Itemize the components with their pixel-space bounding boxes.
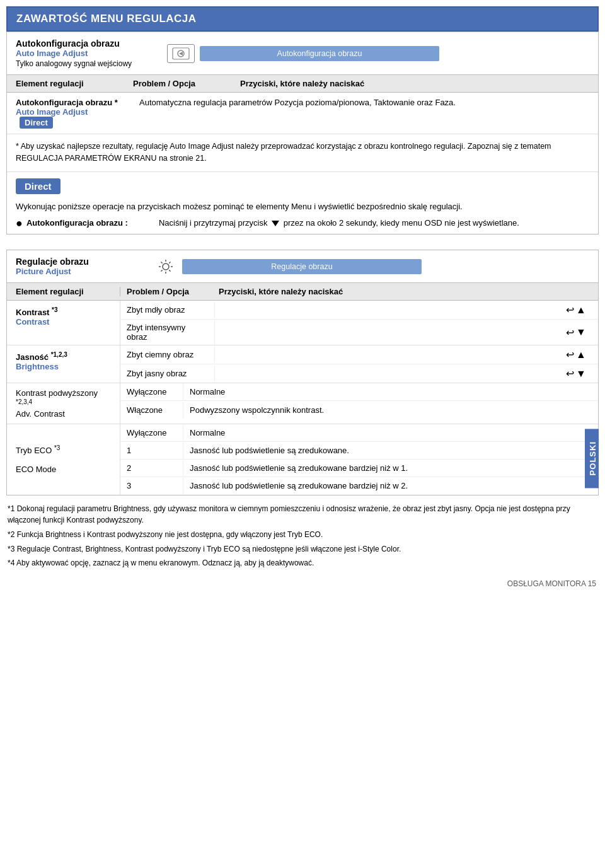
auto-image-adjust-section: Autokonfiguracja obrazu Auto Image Adjus… (6, 32, 599, 234)
adv-contrast-col1: Kontrast podwyższony *2,3,4 Adv. Contras… (7, 383, 120, 423)
brightness-option-2-text: Zbyt jasny obraz (120, 366, 215, 381)
contrast-option-2-arrows: ↩ ▼ (554, 323, 598, 342)
section1-left: Autokonfiguracja obrazu Auto Image Adjus… (16, 38, 154, 68)
section1-table-header: Element regulacji Problem / Opcja Przyci… (7, 75, 598, 93)
eco-opt-2-label: 2 (120, 460, 183, 476)
svg-line-8 (161, 262, 163, 263)
direct-section: Direct Wykonując poniższe operacje na pr… (7, 172, 598, 234)
contrast-option-1: Zbyt mdły obraz ↩ ▲ (120, 301, 598, 320)
picture-section-top: Regulacje obrazu Picture Adjust (7, 250, 598, 283)
page-footer: OBSŁUGA MONITORA 15 (6, 579, 599, 588)
main-header: ZAWARTOŚĆ MENU REGULACJA (6, 6, 599, 32)
adv-contrast-row: Kontrast podwyższony *2,3,4 Adv. Contras… (7, 383, 598, 424)
enter-icon-3: ↩ (566, 349, 574, 361)
eco-desc-1: Jasność lub podświetlenie są zredukowane… (183, 443, 598, 458)
section1-right: Autokonfiguracja obrazu (154, 44, 589, 63)
svg-line-10 (169, 262, 170, 263)
contrast-option-1-arrows: ↩ ▲ (554, 301, 598, 319)
eco-label-sub: ECO Mode (16, 465, 111, 474)
direct-text: Wykonując poniższe operacje na przyciska… (16, 200, 589, 213)
contrast-label-main: Kontrast *3 (16, 308, 58, 317)
eco-desc-3: Jasność lub podświetlenie są zredukowane… (183, 478, 598, 494)
contrast-col2: Zbyt mdły obraz ↩ ▲ Zbyt intensywny obra… (120, 301, 598, 345)
svg-point-3 (163, 263, 169, 270)
section1-title-main: Autokonfiguracja obrazu (16, 38, 154, 49)
brightness-option-1-text: Zbyt ciemny obraz (120, 347, 215, 362)
eco-opt-off-label: Wyłączone (120, 425, 183, 441)
brightness-label-main: Jasność *1,2,3 (16, 352, 67, 362)
bullet-desc: Naciśnij i przytrzymaj przycisk przez na… (159, 217, 589, 229)
footer-text: OBSŁUGA MONITORA 15 (507, 579, 596, 588)
eco-col2: Wyłączone Normalne 1 Jasność lub podświe… (120, 424, 598, 495)
adv-contrast-label-sub: Adv. Contrast (16, 409, 65, 419)
bullet-label: Autokonfiguracja obrazu : (26, 217, 159, 229)
adv-desc-off: Normalne (183, 384, 598, 400)
picture-table-header: Element regulacji Problem / Opcja Przyci… (7, 283, 598, 301)
down-arrow-icon (272, 221, 279, 226)
row-description: Automatyczna regulacja parametrów Pozycj… (139, 98, 456, 107)
footnote-4: *4 Aby aktywować opcję, zaznacz ją w men… (8, 557, 597, 569)
enter-icon-4: ↩ (566, 367, 574, 379)
picture-title-sub: Picture Adjust (16, 267, 142, 276)
section1-row-col2: Automatyczna regulacja parametrów Pozycj… (133, 93, 598, 134)
brightness-col2: Zbyt ciemny obraz ↩ ▲ Zbyt jasny obraz ↩… (120, 345, 598, 383)
row-item-sub: Auto Image Adjust (16, 107, 88, 117)
footnote-2: *2 Funkcja Brightness i Kontrast podwyżs… (8, 529, 597, 541)
eco-opt-3-label: 3 (120, 478, 183, 494)
direct-bullet-row: ● Autokonfiguracja obrazu : Naciśnij i p… (16, 217, 589, 231)
section1-data-row: Autokonfiguracja obrazu * Auto Image Adj… (7, 93, 598, 134)
svg-line-11 (161, 270, 163, 271)
section1-title-note: Tylko analogowy sygnał wejściowy (16, 59, 154, 68)
adv-contrast-label-main: Kontrast podwyższony *2,3,4 (16, 388, 98, 408)
picture-icon (154, 257, 177, 276)
eco-mode-row: Tryb ECO *3 ECO Mode Wyłączone Normalne … (7, 424, 598, 495)
eco-option-2: 2 Jasność lub podświetlenie są zredukowa… (120, 460, 598, 477)
enter-icon: ↩ (566, 304, 574, 316)
picture-title-main: Regulacje obrazu (16, 257, 142, 267)
adv-contrast-col2: Wyłączone Normalne Włączone Podwyzszony … (120, 383, 598, 423)
eco-option-3: 3 Jasność lub podświetlenie są zredukowa… (120, 477, 598, 495)
brightness-option-2: Zbyt jasny obraz ↩ ▼ (120, 364, 598, 383)
picture-section-right: Regulacje obrazu (142, 257, 589, 276)
contrast-label-sub: Contrast (16, 317, 49, 327)
enter-icon-2: ↩ (566, 327, 574, 339)
picture-adjust-section: Regulacje obrazu Picture Adjust (6, 250, 599, 495)
contrast-row: Kontrast *3 Contrast Zbyt mdły obraz ↩ ▲… (7, 301, 598, 345)
direct-block-badge: Direct (16, 178, 60, 194)
footnote-3: *3 Regulacje Contrast, Brightness, Kontr… (8, 543, 597, 555)
down-arrow-icon-2: ▼ (576, 327, 586, 338)
adv-contrast-wyłączone: Wyłączone Normalne (120, 383, 598, 401)
brightness-option-1-arrows: ↩ ▲ (554, 345, 598, 364)
adv-opt-off: Wyłączone (120, 384, 183, 400)
eco-desc-off: Normalne (183, 425, 598, 441)
th-element: Element regulacji (7, 79, 133, 88)
eco-option-1: 1 Jasność lub podświetlenie są zredukowa… (120, 442, 598, 460)
eco-col1: Tryb ECO *3 ECO Mode (7, 424, 120, 495)
footnotes-section: *1 Dokonaj regulacji parametru Brightnes… (6, 503, 599, 569)
polski-sidebar-label: POLSKI (585, 429, 599, 488)
picture-section-left: Regulacje obrazu Picture Adjust (16, 257, 142, 276)
section1-title-sub: Auto Image Adjust (16, 49, 154, 58)
up-arrow-icon: ▲ (576, 304, 586, 316)
pic-th-buttons: Przyciski, które należy naciskać (215, 287, 598, 296)
contrast-option-2-text: Zbyt intensywny obraz (120, 320, 215, 345)
up-arrow-icon-3: ▲ (576, 349, 586, 361)
contrast-option-2: Zbyt intensywny obraz ↩ ▼ (120, 320, 598, 345)
brightness-option-1-desc (215, 352, 554, 358)
section1-row-col1: Autokonfiguracja obrazu * Auto Image Adj… (7, 93, 133, 134)
pic-th-problem: Problem / Opcja (120, 287, 215, 296)
brightness-option-2-desc (215, 371, 554, 377)
eco-desc-2: Jasność lub podświetlenie są zredukowane… (183, 460, 598, 476)
brightness-label-sub: Brightness (16, 362, 59, 371)
direct-badge-inline: Direct (20, 117, 53, 129)
eco-option-off: Wyłączone Normalne (120, 424, 598, 442)
contrast-option-1-desc (215, 307, 554, 313)
th-problem: Problem / Opcja (133, 79, 240, 88)
th-buttons: Przyciski, które należy naciskać (240, 79, 598, 88)
bullet-dot: ● (16, 217, 23, 231)
svg-line-9 (169, 270, 170, 271)
brightness-option-1: Zbyt ciemny obraz ↩ ▲ (120, 345, 598, 364)
row-item-main: Autokonfiguracja obrazu * (16, 98, 118, 107)
brightness-col1: Jasność *1,2,3 Brightness (7, 345, 120, 383)
adv-desc-on: Podwyzszony wspolczynnik kontrast. (183, 402, 598, 418)
